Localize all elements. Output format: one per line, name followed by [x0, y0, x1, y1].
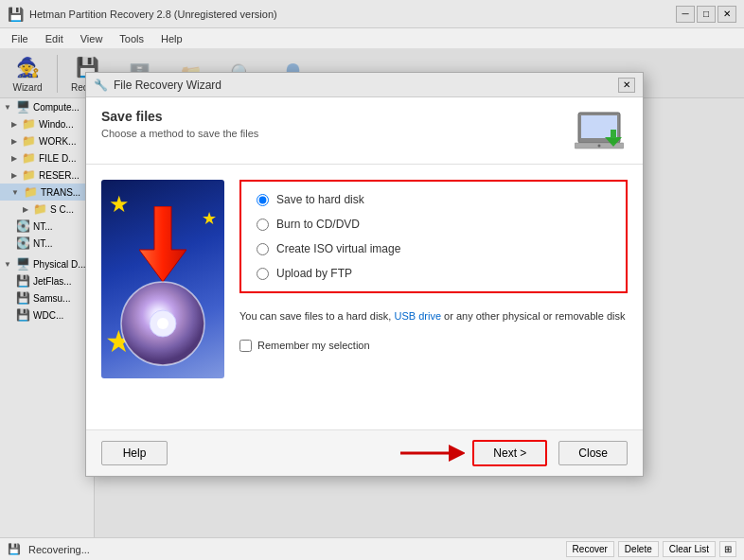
option-cd-dvd[interactable]: Burn to CD/DVD [257, 218, 611, 231]
remember-checkbox[interactable] [239, 340, 252, 352]
option-iso[interactable]: Create ISO virtual image [257, 242, 611, 255]
dialog-overlay: 🔧 File Recovery Wizard ✕ Save files Choo… [0, 49, 744, 537]
file-recovery-dialog: 🔧 File Recovery Wizard ✕ Save files Choo… [85, 72, 644, 477]
menu-view[interactable]: View [73, 31, 111, 46]
svg-point-3 [598, 145, 601, 148]
status-text: Recovering... [28, 544, 90, 555]
footer-right-buttons: Next > Close [399, 440, 628, 466]
radio-cd-dvd[interactable] [257, 219, 269, 231]
window-controls: ─ □ ✕ [676, 6, 736, 23]
header-icon [571, 109, 628, 156]
delete-status-btn[interactable]: Delete [618, 541, 659, 557]
cd-disc [120, 281, 205, 369]
dialog-title-area: 🔧 File Recovery Wizard [94, 79, 221, 92]
close-button[interactable]: Close [558, 441, 628, 465]
option-iso-label: Create ISO virtual image [276, 242, 400, 255]
dialog-close-button[interactable]: ✕ [618, 78, 635, 93]
clear-list-btn[interactable]: Clear List [663, 541, 716, 557]
close-window-button[interactable]: ✕ [717, 6, 736, 23]
option-ftp-label: Upload by FTP [276, 267, 352, 280]
minimize-button[interactable]: ─ [676, 6, 695, 23]
menu-tools[interactable]: Tools [112, 31, 151, 46]
dialog-header: Save files Choose a method to save the f… [86, 97, 643, 165]
menu-edit[interactable]: Edit [38, 31, 71, 46]
next-button[interactable]: Next > [472, 440, 547, 466]
radio-ftp[interactable] [257, 268, 269, 280]
main-window: 💾 Hetman Partition Recovery 2.8 (Unregis… [0, 0, 744, 560]
svg-point-8 [157, 318, 168, 329]
help-button[interactable]: Help [101, 441, 168, 465]
star-top-right: ★ [202, 208, 217, 229]
dialog-header-subtitle: Choose a method to save the files [101, 128, 258, 139]
arrow-to-next [399, 440, 465, 466]
options-panel: Save to hard disk Burn to CD/DVD Create … [239, 180, 628, 414]
menu-file[interactable]: File [4, 31, 36, 46]
maximize-button[interactable]: □ [697, 6, 716, 23]
dialog-title-text: File Recovery Wizard [114, 79, 221, 92]
dialog-footer: Help Next > [86, 429, 643, 476]
save-method-options: Save to hard disk Burn to CD/DVD Create … [239, 180, 628, 293]
description-text: You can save files to a hard disk, USB d… [239, 308, 628, 324]
app-title: Hetman Partition Recovery 2.8 (Unregiste… [29, 9, 277, 20]
red-arrow [139, 206, 186, 285]
usb-link: USB drive [394, 310, 441, 322]
option-cd-dvd-label: Burn to CD/DVD [276, 218, 360, 231]
dialog-header-title: Save files [101, 109, 258, 124]
remember-row: Remember my selection [239, 340, 628, 352]
cd-image-panel: ★ ★ ★ [101, 180, 224, 378]
dialog-title-icon: 🔧 [94, 79, 108, 92]
next-area: Next > [399, 440, 547, 466]
option-hard-disk[interactable]: Save to hard disk [257, 193, 611, 206]
dialog-body: ★ ★ ★ [86, 165, 643, 429]
remember-label: Remember my selection [257, 340, 370, 351]
title-bar-left: 💾 Hetman Partition Recovery 2.8 (Unregis… [8, 7, 277, 22]
option-hard-disk-label: Save to hard disk [276, 193, 364, 206]
dialog-titlebar: 🔧 File Recovery Wizard ✕ [86, 73, 643, 97]
title-bar: 💾 Hetman Partition Recovery 2.8 (Unregis… [0, 0, 744, 28]
status-bar-right: Recover Delete Clear List ⊞ [566, 541, 736, 557]
menu-help[interactable]: Help [153, 31, 190, 46]
svg-marker-5 [139, 206, 186, 282]
option-ftp[interactable]: Upload by FTP [257, 267, 611, 280]
star-top-left: ★ [109, 191, 130, 218]
menu-bar: File Edit View Tools Help [0, 28, 744, 49]
recover-status-btn[interactable]: Recover [566, 541, 614, 557]
grid-view-btn[interactable]: ⊞ [719, 541, 736, 557]
radio-iso[interactable] [257, 243, 269, 255]
app-icon: 💾 [8, 7, 24, 22]
radio-hard-disk[interactable] [257, 194, 269, 206]
status-icon: 💾 [8, 543, 21, 555]
status-bar: 💾 Recovering... Recover Delete Clear Lis… [0, 537, 744, 560]
